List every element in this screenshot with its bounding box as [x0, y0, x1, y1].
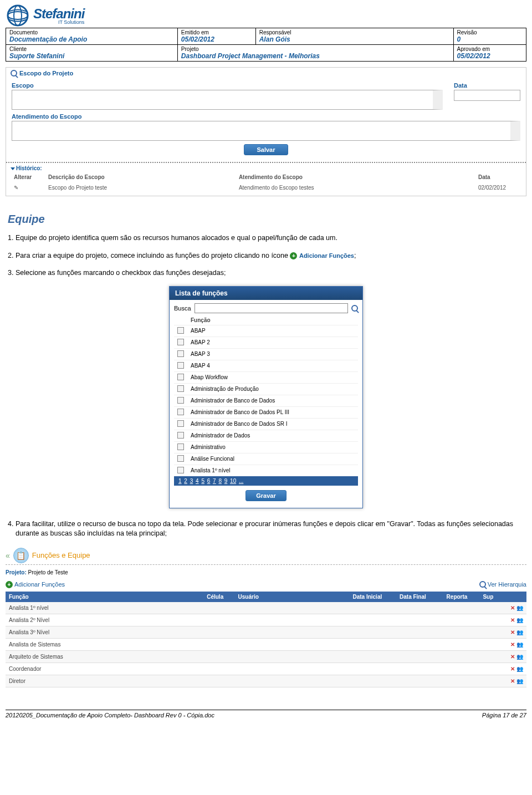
func-checkbox[interactable]: [177, 397, 184, 404]
people-icon[interactable]: 👥: [516, 678, 523, 684]
pager-page[interactable]: 6: [207, 478, 211, 484]
historico-label: Histórico:: [16, 165, 42, 171]
func-name: ABAP 2: [187, 337, 358, 348]
th-desc: Descrição do Escopo: [46, 172, 236, 182]
hist-atend: Atendimento do Escopo testes: [237, 183, 475, 192]
delete-icon[interactable]: ✕: [510, 678, 515, 684]
pager-page[interactable]: 9: [224, 478, 228, 484]
add-funcoes-icon-text: Adicionar Funções: [299, 252, 354, 259]
func-name: ABAP 3: [187, 348, 358, 360]
pager-page[interactable]: 3: [190, 478, 193, 484]
func-name: Administrador de Dados: [187, 430, 358, 441]
list-item: Para facilitar, utilize o recurso de bus…: [16, 519, 524, 539]
delete-icon[interactable]: ✕: [510, 629, 515, 635]
th-data: Data: [476, 172, 520, 182]
fe-funcao: Analista 3º Nível: [6, 626, 203, 638]
func-name: Administrativo: [187, 441, 358, 453]
func-checkbox[interactable]: [177, 455, 184, 462]
pager-page[interactable]: 10: [230, 478, 236, 484]
fe-title: Funções e Equipe: [32, 551, 90, 559]
th-reporta: Reporta: [443, 592, 480, 602]
people-icon[interactable]: 👥: [516, 654, 523, 660]
func-name: Administrador de Banco de Dados: [187, 395, 358, 406]
people-icon[interactable]: 👥: [516, 629, 523, 635]
section-heading-equipe: Equipe: [8, 213, 524, 226]
th-sup: Sup: [479, 592, 500, 602]
globe-icon: [6, 3, 30, 28]
th-alterar: Alterar: [12, 172, 45, 182]
escopo-panel: Escopo do Projeto Escopo Data Atendiment…: [6, 67, 526, 196]
escopo-textarea[interactable]: [12, 90, 443, 110]
hdr-projeto-value: Dashboard Project Management - Melhorias: [181, 52, 450, 60]
gravar-button[interactable]: Gravar: [245, 490, 286, 501]
func-name: Analista 1º nível: [187, 465, 358, 476]
search-icon: [11, 70, 17, 77]
delete-icon[interactable]: ✕: [510, 617, 515, 623]
func-checkbox[interactable]: [177, 350, 184, 357]
func-name: Análise Funcional: [187, 453, 358, 465]
pager-page[interactable]: 5: [201, 478, 204, 484]
func-checkbox[interactable]: [177, 327, 184, 334]
svg-point-0: [8, 6, 28, 26]
escopo-data-label: Data: [454, 82, 520, 89]
delete-icon[interactable]: ✕: [510, 605, 515, 611]
busca-input[interactable]: [195, 303, 348, 313]
pager-page[interactable]: ...: [239, 478, 243, 484]
busca-label: Busca: [174, 305, 191, 312]
people-icon[interactable]: 👥: [516, 605, 523, 611]
func-checkbox[interactable]: [177, 374, 184, 380]
hdr-projeto-label: Projeto: [181, 46, 450, 52]
func-name: Abap Workflow: [187, 371, 358, 383]
atend-textarea[interactable]: [12, 121, 520, 141]
salvar-button[interactable]: Salvar: [244, 144, 288, 155]
ver-hierarquia-link[interactable]: Ver Hierarquia: [479, 581, 526, 588]
delete-icon[interactable]: ✕: [510, 641, 515, 648]
hist-data: 02/02/2012: [476, 183, 520, 192]
modal-title: Lista de funções: [170, 287, 362, 300]
instruction-list: Equipe do projeto identifica quem são os…: [16, 233, 524, 278]
func-checkbox[interactable]: [177, 467, 184, 473]
pager[interactable]: 1 2 3 4 5 6 7 8 9 10 ...: [174, 476, 358, 486]
hdr-emitido-label: Emitido em: [181, 29, 252, 35]
delete-icon[interactable]: ✕: [510, 666, 515, 672]
fe-funcao: Analista de Sistemas: [6, 638, 203, 650]
hdr-rev-label: Revisão: [457, 29, 523, 35]
list-item: Selecione as funções marcando o checkbox…: [16, 268, 524, 278]
people-icon[interactable]: 👥: [516, 641, 523, 648]
pager-page[interactable]: 7: [213, 478, 216, 484]
fe-funcao: Coordenador: [6, 662, 203, 675]
func-checkbox[interactable]: [177, 362, 184, 369]
pager-page[interactable]: 8: [218, 478, 222, 484]
func-checkbox[interactable]: [177, 432, 184, 439]
funcoes-equipe-panel: « 📋 Funções e Equipe Projeto: Projeto de…: [6, 547, 526, 687]
funcoes-table: Função ABAPABAP 2ABAP 3ABAP 4Abap Workfl…: [174, 315, 358, 476]
funcoes-equipe-table: Função Célula Usuário Data Inicial Data …: [6, 592, 526, 687]
people-icon[interactable]: 👥: [516, 666, 523, 672]
func-checkbox[interactable]: [177, 444, 184, 450]
func-checkbox[interactable]: [177, 385, 184, 392]
th-data-inicial: Data Inicial: [349, 592, 396, 602]
func-checkbox[interactable]: [177, 339, 184, 345]
th-funcao: Função: [187, 315, 358, 325]
escopo-date-input[interactable]: [454, 90, 520, 101]
th-atend: Atendimento do Escopo: [237, 172, 475, 182]
func-checkbox[interactable]: [177, 409, 184, 415]
delete-icon[interactable]: ✕: [510, 654, 515, 660]
company-logo: Stefanini IT Solutions: [0, 0, 532, 28]
expand-icon[interactable]: [11, 167, 15, 170]
collapse-icon[interactable]: «: [6, 551, 10, 560]
add-funcoes-link[interactable]: +Adicionar Funções: [6, 581, 65, 588]
people-icon[interactable]: 👥: [516, 617, 523, 623]
escopo-panel-title: Escopo do Projeto: [19, 70, 73, 77]
pager-page[interactable]: 2: [184, 478, 187, 484]
func-checkbox[interactable]: [177, 420, 184, 427]
hdr-aprov-label: Aprovado em: [457, 46, 523, 52]
search-icon[interactable]: [351, 305, 358, 312]
hdr-resp-label: Responsável: [259, 29, 450, 35]
hdr-doc-label: Documento: [9, 29, 174, 35]
pager-page[interactable]: 1: [178, 478, 182, 484]
pager-page[interactable]: 4: [196, 478, 199, 484]
edit-icon[interactable]: ✎: [12, 183, 45, 192]
footer-filename: 20120205_Documentação de Apoio Completo-…: [6, 712, 214, 718]
hdr-aprov-value: 05/02/2012: [457, 52, 523, 60]
